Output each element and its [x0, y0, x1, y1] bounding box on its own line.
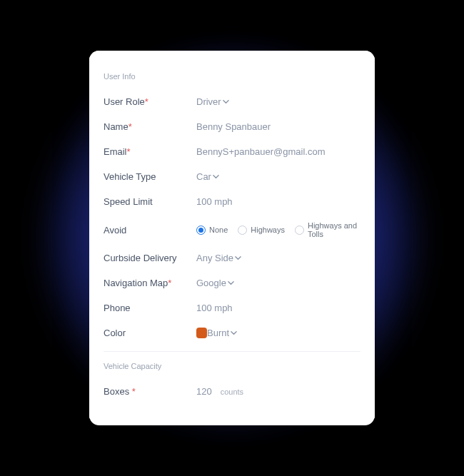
label-boxes: Boxes * [104, 386, 196, 397]
label-speed-limit: Speed Limit [104, 196, 196, 207]
row-email: Email* BennyS+panbauer@gmail.com [104, 139, 360, 164]
color-select[interactable]: Burnt [196, 328, 237, 338]
row-name: Name* Benny Spanbauer [104, 114, 360, 139]
navigation-map-select[interactable]: Google [196, 278, 234, 288]
row-curbside-delivery: Curbside Delivery Any Side [104, 245, 360, 270]
avoid-radio-group: None Highways Highways and Tolls [196, 221, 360, 238]
speed-limit-field[interactable]: 100 mph [196, 196, 360, 207]
color-swatch-icon [196, 328, 207, 338]
email-field[interactable]: BennyS+panbauer@gmail.com [196, 146, 360, 157]
curbside-delivery-select[interactable]: Any Side [196, 253, 241, 263]
row-vehicle-type: Vehicle Type Car [104, 164, 360, 189]
user-role-select[interactable]: Driver [196, 96, 229, 107]
avoid-radio-highways-tolls[interactable]: Highways and Tolls [295, 221, 360, 238]
avoid-radio-none[interactable]: None [196, 226, 228, 235]
boxes-field[interactable]: 120 counts [196, 386, 360, 397]
radio-icon [196, 226, 206, 235]
chevron-down-icon [231, 330, 237, 336]
chevron-down-icon [213, 173, 219, 180]
boxes-units: counts [221, 388, 243, 396]
label-name: Name* [104, 121, 196, 132]
row-phone: Phone 100 mph [104, 295, 360, 320]
label-avoid: Avoid [104, 225, 196, 236]
avoid-radio-highways[interactable]: Highways [238, 226, 285, 235]
row-user-role: User Role* Driver [104, 89, 360, 114]
phone-field[interactable]: 100 mph [196, 303, 360, 313]
row-color: Color Burnt [104, 320, 360, 345]
label-user-role: User Role* [104, 96, 196, 107]
name-field[interactable]: Benny Spanbauer [196, 121, 360, 132]
label-email: Email* [104, 146, 196, 157]
label-phone: Phone [104, 303, 196, 313]
row-avoid: Avoid None Highways Highways and Tolls [104, 214, 360, 245]
radio-icon [295, 226, 304, 235]
label-navigation-map: Navigation Map* [104, 278, 196, 288]
chevron-down-icon [235, 255, 241, 261]
row-boxes: Boxes * 120 counts [104, 379, 360, 404]
form-card: User Info User Role* Driver Name* Benny … [89, 51, 375, 425]
chevron-down-icon [223, 98, 229, 105]
radio-icon [238, 226, 247, 235]
label-curbside-delivery: Curbside Delivery [104, 253, 196, 263]
section-title-user-info: User Info [104, 51, 360, 89]
label-vehicle-type: Vehicle Type [104, 171, 196, 182]
row-navigation-map: Navigation Map* Google [104, 270, 360, 295]
label-color: Color [104, 328, 196, 338]
vehicle-type-select[interactable]: Car [196, 171, 219, 182]
section-title-vehicle-capacity: Vehicle Capacity [104, 352, 360, 379]
chevron-down-icon [228, 280, 234, 286]
row-speed-limit: Speed Limit 100 mph [104, 189, 360, 214]
